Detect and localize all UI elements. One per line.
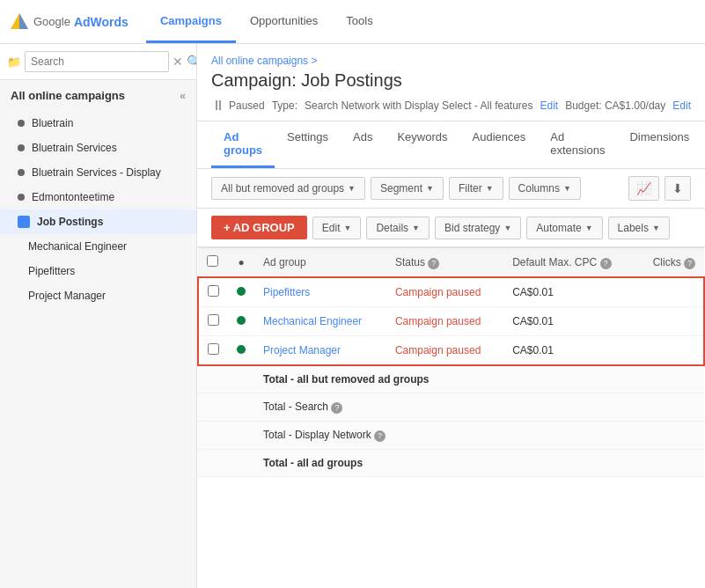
row-status-cell: Campaign paused [386,307,503,336]
row-status-dot-cell [228,307,254,336]
search-box: 📁 ✕ 🔍 [0,44,196,80]
row-checkbox[interactable] [208,314,219,326]
details-label: Details [376,222,408,234]
nav-tab-tools[interactable]: Tools [332,0,386,43]
row-checkbox[interactable] [208,343,219,355]
filter-btn-chevron-icon: ▼ [486,184,494,193]
row-clicks-cell [635,307,704,336]
sidebar-item-label: Bluetrain [32,117,73,129]
breadcrumb[interactable]: All online campaigns > [211,55,691,67]
labels-label: Labels [618,222,649,234]
filter-btn[interactable]: Filter ▼ [449,177,503,200]
sidebar-item-label: Job Postings [37,216,103,228]
svg-marker-1 [19,13,28,29]
segment-dropdown[interactable]: Segment ▼ [371,177,444,200]
sidebar-item-label: Bluetrain Services - Display [32,166,161,179]
sidebar-item-bluetrain-services[interactable]: Bluetrain Services [0,136,196,160]
ad-group-link[interactable]: Pipefitters [263,286,310,298]
job-postings-icon [18,216,30,228]
budget-label: Budget: CA$1.00/day [565,99,665,112]
sidebar: 📁 ✕ 🔍 All online campaigns « Bluetrain B… [0,44,197,588]
sidebar-item-bluetrain[interactable]: Bluetrain [0,111,196,136]
sidebar-item-mechanical-engineer[interactable]: Mechanical Engineer [0,234,196,259]
details-chevron-icon: ▼ [412,224,420,232]
filter-chevron-icon: ▼ [348,184,356,193]
search-clear-icon[interactable]: ✕ [169,55,187,69]
row-clicks-cell [635,336,704,366]
columns-dropdown[interactable]: Columns ▼ [509,177,581,200]
cpc-value: CA$0.01 [512,315,554,327]
sidebar-collapse-icon[interactable]: « [180,90,186,102]
bluetrain-services-display-icon [18,169,25,176]
total-row-all-but-removed: Total - all but removed ad groups [198,365,704,393]
add-group-button[interactable]: + AD GROUP [211,216,307,239]
cpc-help-icon[interactable]: ? [600,258,612,269]
row-cpc-cell: CA$0.01 [503,277,635,307]
campaign-meta: ⏸ Paused Type: Search Network with Displ… [211,98,691,114]
total-search-help-icon[interactable]: ? [331,402,342,414]
type-label: Type: [272,99,297,112]
google-text: Google [33,15,70,28]
row-status-cell: Campaign paused [386,336,503,366]
row-ad-group-cell: Project Manager [254,336,386,366]
edit-chevron-icon: ▼ [343,224,351,232]
bid-strategy-dropdown[interactable]: Bid strategy ▼ [435,217,521,239]
status-help-icon[interactable]: ? [428,258,439,269]
col-header-clicks[interactable]: Clicks ? [635,248,704,278]
nav-tab-campaigns[interactable]: Campaigns [146,0,236,43]
row-clicks-cell [635,277,704,307]
tab-settings[interactable]: Settings [275,121,341,168]
sidebar-item-edmontonteetime[interactable]: Edmontonteetime [0,185,196,209]
sidebar-item-bluetrain-services-display[interactable]: Bluetrain Services - Display [0,160,196,185]
filter-dropdown-label: All but removed ad groups [221,182,344,195]
tab-ad-extensions[interactable]: Ad extensions [538,121,617,168]
type-edit-link[interactable]: Edit [540,99,559,112]
row-status-cell: Campaign paused [386,277,503,307]
search-folder-icon: 📁 [7,55,21,69]
details-dropdown[interactable]: Details ▼ [366,217,430,239]
row-checkbox[interactable] [208,285,219,297]
tab-keywords[interactable]: Keywords [385,121,459,168]
clicks-help-icon[interactable]: ? [684,258,695,269]
sidebar-item-project-manager[interactable]: Project Manager [0,283,196,308]
columns-label: Columns [518,182,560,195]
tab-ads[interactable]: Ads [341,121,385,168]
search-submit-icon[interactable]: 🔍 [187,55,197,69]
total-dot-cell [228,450,254,477]
cpc-value: CA$0.01 [512,286,554,298]
filter-dropdown[interactable]: All but removed ad groups ▼ [211,177,365,200]
total-row-search: Total - Search ? [198,393,704,422]
header: Google AdWords Campaigns Opportunities T… [0,0,705,44]
logo-area: Google AdWords [9,11,129,33]
pipefitters-label: Pipefitters [28,265,75,277]
select-all-checkbox[interactable] [207,255,218,267]
sidebar-item-label: Bluetrain Services [32,142,117,154]
budget-edit-link[interactable]: Edit [672,99,691,112]
search-input[interactable] [25,51,169,72]
chart-icon-btn[interactable]: 📈 [628,176,659,201]
nav-tab-opportunities[interactable]: Opportunities [236,0,332,43]
tab-audiences[interactable]: Audiences [460,121,539,168]
status-dot-icon [237,316,246,325]
labels-dropdown[interactable]: Labels ▼ [608,217,670,239]
col-header-ad-group[interactable]: Ad group [254,248,386,278]
automate-label: Automate [536,222,581,234]
automate-dropdown[interactable]: Automate ▼ [526,217,602,239]
download-icon-btn[interactable]: ⬇ [665,176,691,201]
total-checkbox-cell [198,365,228,393]
tab-ad-groups[interactable]: Ad groups [211,121,275,168]
total-display-help-icon[interactable]: ? [374,430,386,442]
labels-chevron-icon: ▼ [652,224,660,232]
row-checkbox-cell [198,336,228,366]
sidebar-item-pipefitters[interactable]: Pipefitters [0,259,196,283]
tab-dimensions[interactable]: Dimensions [617,121,701,168]
sidebar-header: All online campaigns « [0,80,196,111]
col-header-cpc[interactable]: Default Max. CPC ? [503,248,635,278]
ad-group-link[interactable]: Mechanical Engineer [263,315,362,327]
col-header-status[interactable]: Status ? [386,248,503,278]
sidebar-item-job-postings[interactable]: Job Postings [0,209,196,234]
ad-group-link[interactable]: Project Manager [263,344,341,356]
edit-dropdown[interactable]: Edit ▼ [312,217,362,239]
col-header-checkbox [198,248,228,278]
paused-indicator: ⏸ Paused [211,98,265,114]
